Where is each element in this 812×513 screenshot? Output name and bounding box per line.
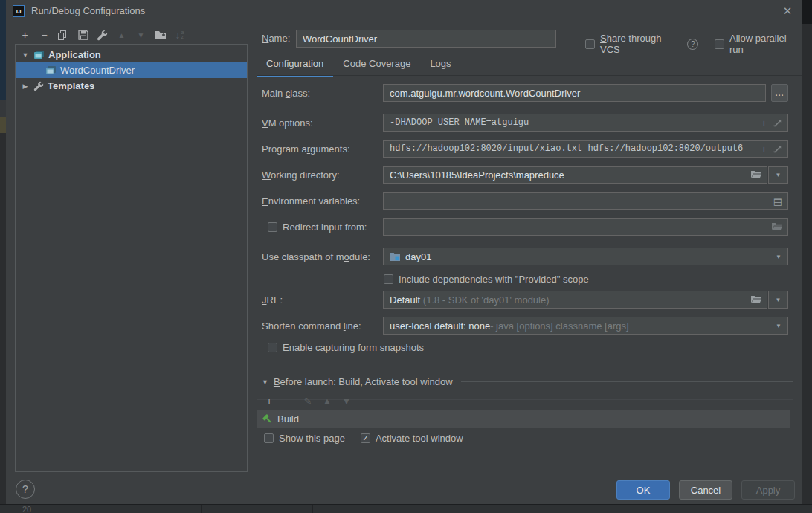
allow-parallel-run-label: Allow parallel run — [729, 33, 802, 55]
edit-templates-wrench-icon[interactable] — [95, 28, 109, 42]
before-launch-task-build[interactable]: Build — [257, 410, 790, 428]
main-class-input[interactable]: com.atguigu.mr.wordcount.WordCountDriver — [383, 84, 766, 102]
show-this-page-row: Show this page ✓ Activate tool window — [264, 433, 463, 444]
add-configuration-button[interactable]: + — [18, 28, 32, 42]
shorten-cmd-combo[interactable]: user-local default: none - java [options… — [383, 317, 788, 335]
shorten-cmd-label: Shorten command line: — [262, 320, 361, 332]
allow-parallel-run-checkbox[interactable] — [715, 39, 724, 49]
tab-code-coverage[interactable]: Code Coverage — [333, 58, 420, 76]
configurations-tree: ▼ Application WordCountDriver ▶ Template… — [15, 44, 248, 472]
before-launch-header[interactable]: ▼ Before launch: Build, Activate tool wi… — [262, 376, 793, 387]
dialog-title: Run/Debug Configurations — [31, 5, 145, 16]
configurations-toolbar: + − ▲ ▼ ↓ az — [18, 28, 187, 42]
close-icon[interactable]: ✕ — [779, 3, 796, 19]
vm-options-label: VM options: — [262, 117, 313, 129]
jre-dropdown-button[interactable]: ▼ — [768, 291, 788, 309]
classpath-module-label: Use classpath of module: — [262, 251, 370, 262]
application-type-icon — [33, 50, 45, 60]
activate-tool-window-label: Activate tool window — [376, 433, 463, 444]
name-label: Name: — [262, 33, 290, 44]
move-task-up-icon[interactable]: ▲ — [321, 395, 333, 407]
show-this-page-checkbox[interactable] — [264, 433, 274, 443]
run-debug-configurations-dialog: IJ Run/Debug Configurations ✕ + − ▲ ▼ ↓ … — [6, 0, 802, 504]
program-arguments-input[interactable]: hdfs://hadoop102:8020/input/xiao.txt hdf… — [383, 140, 788, 158]
move-task-down-icon[interactable]: ▼ — [341, 395, 352, 407]
env-browse-list-icon[interactable]: ▤ — [773, 196, 782, 207]
browse-folder-icon[interactable] — [750, 295, 761, 304]
remove-configuration-button[interactable]: − — [37, 28, 51, 42]
main-class-browse-button[interactable]: ... — [771, 84, 788, 102]
vcs-help-icon[interactable]: ? — [687, 39, 698, 50]
tree-item-label: Templates — [48, 80, 94, 91]
tree-item-label: Application — [48, 49, 101, 60]
apply-button[interactable]: Apply — [741, 480, 795, 500]
save-configuration-icon[interactable] — [76, 28, 90, 42]
edit-task-pencil-icon[interactable]: ✎ — [302, 395, 314, 407]
provided-scope-checkbox[interactable] — [384, 274, 393, 284]
templates-wrench-icon — [33, 81, 44, 91]
editor-line-number: 20 — [22, 505, 31, 513]
redirect-input-checkbox[interactable] — [268, 222, 277, 232]
help-button[interactable]: ? — [16, 480, 35, 499]
classpath-module-combo[interactable]: day01 ▼ — [383, 248, 788, 265]
move-up-icon[interactable]: ▲ — [115, 28, 129, 42]
background-editor-strip: 20 — [0, 504, 812, 513]
remove-task-button[interactable]: − — [283, 395, 294, 407]
share-vcs-label: Share through VCS — [600, 33, 682, 55]
activate-tool-window-checkbox[interactable]: ✓ — [361, 433, 370, 443]
form-snapshots-checkbox[interactable] — [268, 343, 277, 352]
move-down-icon[interactable]: ▼ — [134, 28, 148, 42]
environment-variables-input[interactable]: ▤ — [383, 192, 788, 210]
tab-logs[interactable]: Logs — [420, 58, 460, 76]
background-right-strip — [802, 0, 812, 24]
redirect-input-label: Redirect input from: — [283, 222, 367, 233]
expand-editor-icon[interactable] — [773, 119, 782, 127]
browse-folder-icon[interactable] — [771, 222, 782, 231]
tree-item-wordcountdriver[interactable]: WordCountDriver — [16, 62, 247, 78]
add-task-button[interactable]: + — [263, 395, 275, 407]
working-directory-dropdown-button[interactable]: ▼ — [768, 166, 788, 184]
add-macro-icon[interactable]: + — [761, 117, 767, 129]
expand-icon[interactable]: ▼ — [21, 51, 30, 59]
expand-editor-icon[interactable] — [773, 145, 782, 153]
share-vcs-checkbox[interactable] — [585, 39, 595, 49]
chevron-down-icon[interactable]: ▼ — [776, 323, 782, 329]
tree-item-application[interactable]: ▼ Application — [16, 47, 247, 62]
show-this-page-label: Show this page — [279, 433, 345, 444]
redirect-input-field[interactable] — [383, 218, 788, 236]
ok-button[interactable]: OK — [616, 480, 670, 500]
add-macro-icon[interactable]: + — [761, 143, 767, 155]
name-input[interactable]: WordCountDriver — [296, 30, 556, 48]
browse-folder-icon[interactable] — [750, 170, 761, 179]
jre-label: JRE: — [262, 294, 283, 306]
jre-combo[interactable]: Default (1.8 - SDK of 'day01' module) — [383, 291, 767, 309]
redirect-input-row: Redirect input from: — [268, 222, 367, 233]
cancel-button[interactable]: Cancel — [679, 480, 732, 500]
chevron-down-icon[interactable]: ▼ — [776, 254, 782, 260]
environment-variables-label: Environment variables: — [262, 196, 360, 207]
working-directory-label: Working directory: — [262, 170, 340, 181]
tabs-separator — [257, 75, 802, 76]
new-folder-icon[interactable] — [153, 28, 167, 42]
share-vcs-row: Share through VCS ? Allow parallel run — [585, 33, 802, 55]
editor-divider — [201, 505, 202, 513]
intellij-logo-icon: IJ — [13, 5, 25, 17]
check-icon: ✓ — [362, 434, 368, 442]
screen: 20 IJ Run/Debug Configurations ✕ + − ▲ ▼ — [0, 0, 812, 513]
before-launch-toolbar: + − ✎ ▲ ▼ — [263, 395, 352, 407]
dialog-title-bar[interactable]: IJ Run/Debug Configurations ✕ — [6, 0, 802, 22]
tree-item-templates[interactable]: ▶ Templates — [16, 78, 247, 94]
program-arguments-label: Program arguments: — [262, 143, 350, 155]
task-label: Build — [277, 413, 299, 425]
before-launch-title: Before launch: Build, Activate tool wind… — [274, 376, 453, 387]
expand-icon[interactable]: ▼ — [262, 378, 268, 386]
background-left-strip-2 — [0, 100, 6, 117]
collapse-icon[interactable]: ▶ — [21, 83, 30, 90]
copy-configuration-icon[interactable] — [57, 28, 71, 42]
working-directory-input[interactable]: C:\Users\10185\IdeaProjects\mapreduce — [383, 166, 767, 184]
sort-alphabetically-icon[interactable]: ↓ az — [173, 28, 187, 42]
background-left-strip — [0, 0, 6, 100]
background-left-strip-3 — [0, 117, 6, 133]
tab-configuration[interactable]: Configuration — [257, 58, 333, 76]
vm-options-input[interactable]: -DHADOOP_USER_NAME=atguigu + — [383, 114, 788, 132]
